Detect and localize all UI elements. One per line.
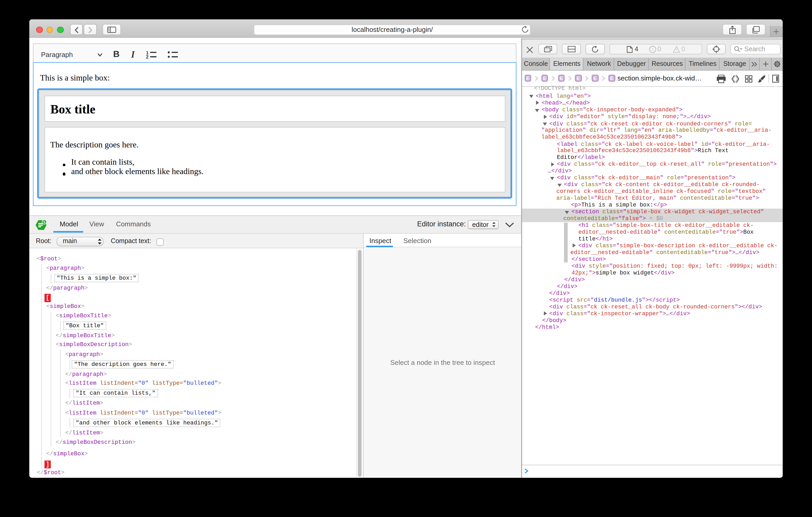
svg-text:2: 2 [146,54,149,59]
svg-text:!: ! [652,47,654,52]
svg-text:!: ! [676,48,677,52]
svg-text:5: 5 [44,220,46,224]
